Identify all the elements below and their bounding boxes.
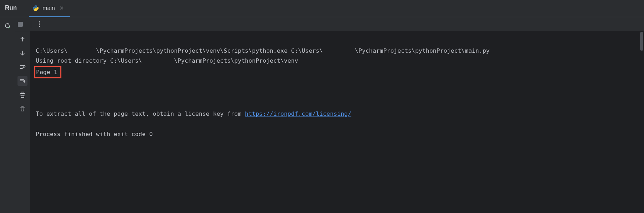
- console-line-highlighted: Page 1: [36, 69, 61, 76]
- run-tab-label: main: [42, 5, 55, 11]
- scroll-down-button[interactable]: [17, 48, 27, 58]
- content-wrap: C:\Users\ \PycharmProjects\pythonProject…: [15, 17, 644, 213]
- console-output[interactable]: C:\Users\ \PycharmProjects\pythonProject…: [30, 31, 644, 213]
- text: C:\Users\: [36, 47, 67, 54]
- clear-button[interactable]: [17, 104, 27, 114]
- text: \PycharmProjects\pythonProject\venv: [174, 57, 298, 64]
- run-toolbar: [15, 17, 644, 31]
- console-sidebar: [15, 31, 30, 213]
- console-line: C:\Users\ \PycharmProjects\pythonProject…: [36, 47, 493, 54]
- separator: [31, 21, 31, 28]
- text: To extract all of the page text, obtain …: [36, 110, 245, 117]
- highlight-box: Page 1: [34, 66, 61, 79]
- console-exit-line: Process finished with exit code 0: [36, 131, 153, 137]
- stop-button[interactable]: [16, 20, 24, 28]
- python-icon: [32, 5, 39, 11]
- dot-icon: [39, 26, 40, 27]
- run-sidebar: [0, 17, 15, 213]
- run-panel-title: Run: [5, 0, 29, 11]
- console-line: To extract all of the page text, obtain …: [36, 110, 351, 117]
- scroll-up-button[interactable]: [17, 34, 27, 44]
- svg-rect-2: [21, 95, 24, 98]
- text: \PycharmProjects\pythonProject\venv\Scri…: [96, 47, 323, 54]
- vertical-scrollbar[interactable]: [640, 32, 643, 51]
- text: \PycharmProjects\pythonProject\main.py: [355, 47, 493, 54]
- scroll-to-end-button[interactable]: [17, 76, 27, 86]
- close-icon[interactable]: [59, 5, 65, 11]
- stop-icon: [18, 22, 23, 27]
- print-button[interactable]: [17, 90, 27, 100]
- more-options-button[interactable]: [37, 20, 41, 28]
- text: Page 1: [36, 69, 57, 76]
- dot-icon: [39, 24, 40, 25]
- dot-icon: [39, 21, 40, 22]
- panel-body: C:\Users\ \PycharmProjects\pythonProject…: [0, 17, 644, 213]
- run-tab-main[interactable]: main: [29, 0, 70, 17]
- soft-wrap-button[interactable]: [17, 62, 27, 72]
- panel-top-bar: Run main: [0, 0, 644, 17]
- rerun-button[interactable]: [2, 21, 12, 31]
- console-line: Using root directory C:\Users\ \PycharmP…: [36, 57, 298, 64]
- license-link[interactable]: https://ironpdf.com/licensing/: [245, 110, 351, 117]
- text: Using root directory C:\Users\: [36, 57, 142, 64]
- run-panel: Run main: [0, 0, 644, 213]
